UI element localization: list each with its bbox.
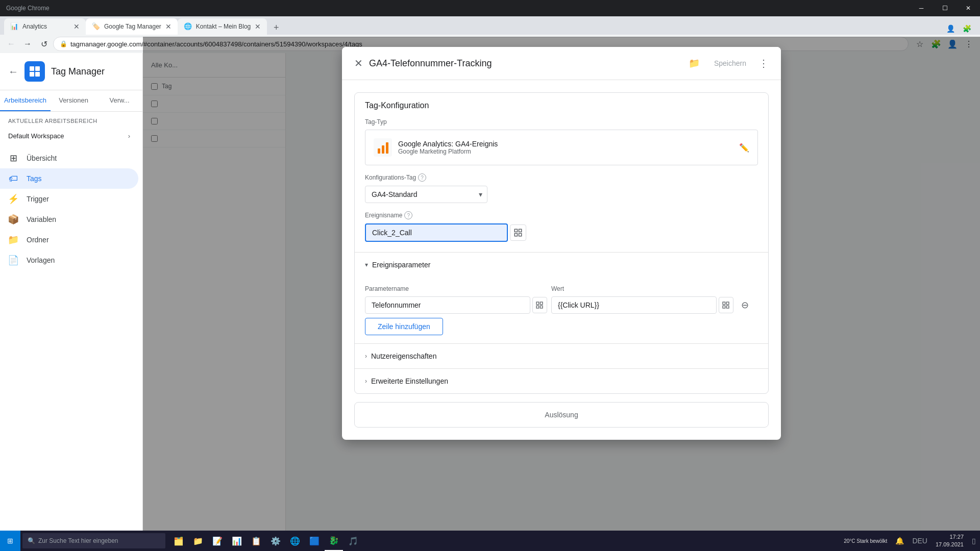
tab-gtm[interactable]: 🏷️ Google Tag Manager ✕: [86, 18, 178, 35]
ereignisparameter-collapse-icon: ▾: [365, 261, 368, 268]
sidebar-item-vorlagen[interactable]: 📄 Vorlagen: [0, 250, 138, 270]
remove-row-button[interactable]: ⊖: [738, 298, 752, 312]
save-button[interactable]: Speichern: [706, 55, 754, 71]
back-button[interactable]: ←: [4, 37, 18, 51]
ereignisname-input-wrapper: [365, 223, 758, 242]
add-row-button[interactable]: Zeile hinzufügen: [365, 318, 443, 335]
trigger-label: Trigger: [27, 195, 49, 203]
panel-close-button[interactable]: ✕: [354, 57, 363, 69]
tag-detail-panel: ✕ GA4-Telefonnummer-Tracking 📁 Speichern…: [342, 53, 781, 440]
folder-icon[interactable]: 📁: [689, 58, 700, 69]
svg-rect-12: [536, 302, 539, 305]
taskbar-date: 17.09.2021: [936, 541, 964, 548]
taskbar-icon-app6[interactable]: 🟦: [305, 531, 324, 551]
taskbar-icon-app7[interactable]: 🐉: [325, 531, 343, 551]
taskbar-clock[interactable]: 17:27 17.09.2021: [936, 533, 964, 549]
minimize-button[interactable]: ─: [910, 0, 933, 16]
svg-rect-1: [35, 66, 40, 71]
erweiterte-arrow-icon: ›: [365, 378, 367, 385]
tab-kontakt[interactable]: 🌐 Kontakt – Mein Blog ✕: [178, 18, 267, 35]
forward-button[interactable]: →: [20, 37, 35, 51]
value-variable-button[interactable]: [719, 297, 733, 313]
taskbar-icon-explorer[interactable]: 📁: [189, 531, 207, 551]
taskbar-icon-word[interactable]: 📝: [208, 531, 227, 551]
param-variable-button[interactable]: [532, 297, 547, 313]
tab-favicon-gtm: 🏷️: [92, 22, 100, 31]
workspace-item[interactable]: Default Workspace ›: [0, 128, 138, 144]
taskbar-notification-icon[interactable]: 🔔: [895, 537, 904, 545]
close-button[interactable]: ✕: [957, 0, 980, 16]
taskbar-icon-chrome[interactable]: 🌐: [286, 531, 304, 551]
variable-picker-button[interactable]: [510, 224, 526, 241]
ereignisparameter-label: Ereignisparameter: [372, 261, 430, 269]
svg-rect-9: [519, 229, 522, 232]
taskbar-search[interactable]: 🔍 Zur Suche Text hier eingeben: [22, 533, 165, 548]
taskbar-weather: 20°C Stark bewölkt: [844, 538, 887, 544]
nav-verw[interactable]: Verw...: [96, 90, 142, 111]
reload-button[interactable]: ↺: [37, 37, 51, 51]
param-value-input[interactable]: [551, 296, 717, 314]
trigger-section: Auslösung: [354, 402, 769, 428]
sidebar-item-trigger[interactable]: ⚡ Trigger: [0, 189, 138, 209]
ubersicht-icon: ⊞: [8, 153, 18, 163]
tag-typ-label: Tag-Typ: [365, 118, 758, 126]
ga4-icon: [374, 138, 392, 157]
taskbar-show-desktop-button[interactable]: ▯: [972, 537, 976, 545]
sidebar-item-tags[interactable]: 🏷 Tags: [0, 168, 138, 189]
sidebar-nav: ⊞ Übersicht 🏷 Tags ⚡ Trigger 📦 Variablen…: [0, 144, 142, 270]
ereignisname-help-icon[interactable]: ?: [404, 211, 412, 219]
more-options-button[interactable]: ⋮: [758, 57, 769, 69]
main-panel-wrapper: Alle Ko... Tag: [143, 53, 980, 551]
ereignisname-label: Ereignisname ?: [365, 211, 758, 219]
event-params-body: Parametername Wert: [355, 277, 768, 343]
nav-arbeitsbereich[interactable]: Arbeitsbereich: [0, 90, 51, 111]
sidebar-item-ubersicht[interactable]: ⊞ Übersicht: [0, 148, 138, 168]
sidebar-logo: [24, 61, 45, 82]
sidebar-item-ordner[interactable]: 📁 Ordner: [0, 230, 138, 250]
sidebar-top-nav: Arbeitsbereich Versionen Verw...: [0, 90, 142, 112]
start-button[interactable]: ⊞: [0, 531, 20, 551]
taskbar-system: 20°C Stark bewölkt 🔔 DEU 17:27 17.09.202…: [840, 533, 980, 549]
sidebar-item-variablen[interactable]: 📦 Variablen: [0, 209, 138, 230]
ereignisname-input[interactable]: [365, 223, 508, 242]
taskbar-icon-powerpoint[interactable]: 📋: [247, 531, 265, 551]
taskbar-icon-music[interactable]: 🎵: [344, 531, 362, 551]
tag-type-edit-icon[interactable]: ✏️: [739, 143, 749, 153]
tab-close-analytics[interactable]: ✕: [74, 22, 80, 31]
svg-rect-14: [536, 306, 539, 308]
variablen-icon: 📦: [8, 214, 18, 224]
maximize-button[interactable]: ☐: [933, 0, 957, 16]
taskbar-icon-app5[interactable]: ⚙️: [266, 531, 285, 551]
config-tag-label-text: Konfigurations-Tag: [365, 174, 416, 181]
workspace-section: AKTUELLER ARBEITSBEREICH: [0, 112, 142, 128]
ereignisparameter-section: ▾ Ereignisparameter Parametername Wert: [355, 252, 768, 343]
new-tab-button[interactable]: +: [269, 20, 283, 35]
taskbar-icon-files[interactable]: 🗂️: [169, 531, 188, 551]
nutzereigenschaften-arrow-icon: ›: [365, 353, 367, 360]
tab-favicon-kontakt: 🌐: [184, 22, 192, 31]
nav-versionen[interactable]: Versionen: [51, 90, 96, 111]
profile-button[interactable]: 👤: [942, 22, 959, 35]
tag-type-name: Google Analytics: GA4-Ereignis: [398, 140, 498, 148]
ereignisparameter-header[interactable]: ▾ Ereignisparameter: [355, 253, 768, 277]
nutzereigenschaften-header[interactable]: › Nutzereigenschaften: [355, 344, 768, 368]
tag-konfiguration-card: Tag-Konfiguration Tag-Typ: [354, 92, 769, 394]
config-tag-select[interactable]: GA4-Standard Keine: [365, 186, 487, 203]
config-tag-help-icon[interactable]: ?: [418, 173, 426, 182]
tab-label-kontakt: Kontakt – Mein Blog: [196, 23, 251, 30]
taskbar-icon-excel[interactable]: 📊: [228, 531, 246, 551]
tab-close-gtm[interactable]: ✕: [165, 22, 172, 31]
sidebar: ← Tag Manager Arbeitsbereich Versionen V…: [0, 53, 143, 551]
tag-konfiguration-header: Tag-Konfiguration: [355, 93, 768, 118]
sidebar-back-button[interactable]: ←: [8, 66, 18, 78]
windows-title-bar: Google Chrome ─ ☐ ✕: [0, 0, 980, 16]
erweiterte-einstellungen-header[interactable]: › Erweiterte Einstellungen: [355, 369, 768, 393]
tag-type-card[interactable]: Google Analytics: GA4-Ereignis Google Ma…: [365, 130, 758, 165]
extension-button[interactable]: 🧩: [960, 22, 974, 35]
param-name-input[interactable]: [365, 296, 530, 314]
tab-close-kontakt[interactable]: ✕: [255, 22, 261, 31]
value-col-label: Wert: [551, 285, 733, 292]
tag-detail-title: GA4-Telefonnummer-Tracking: [369, 58, 682, 69]
svg-rect-2: [30, 72, 34, 77]
tab-analytics[interactable]: 📊 Analytics ✕: [4, 18, 86, 35]
